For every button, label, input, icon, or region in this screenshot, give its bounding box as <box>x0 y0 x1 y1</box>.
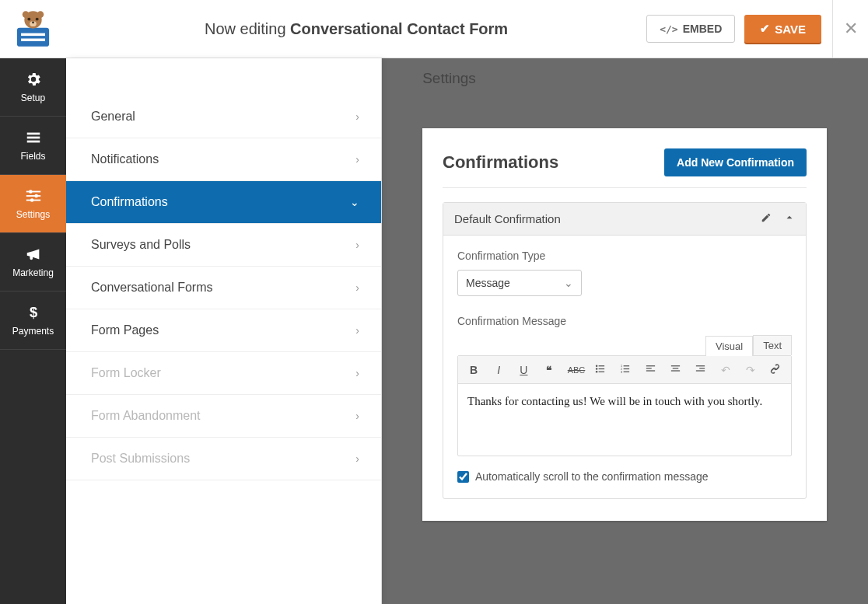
editor-toolbar: B I U ❝ ABC 123 ↶ ↷ <box>458 356 791 384</box>
svg-point-20 <box>596 365 598 367</box>
settings-item-label: Form Pages <box>91 323 159 337</box>
confirmation-card-body: Confirmation Type Message ⌄ Confirmation… <box>443 236 806 498</box>
numbered-list-icon[interactable]: 123 <box>619 363 632 377</box>
check-icon: ✔ <box>760 22 770 36</box>
settings-item-form-pages[interactable]: Form Pages › <box>66 309 381 352</box>
settings-item-label: Form Abandonment <box>91 409 201 423</box>
settings-item-surveys[interactable]: Surveys and Polls › <box>66 224 381 267</box>
confirmation-card-header[interactable]: Default Confirmation <box>443 203 806 236</box>
chevron-right-icon: › <box>355 281 359 294</box>
svg-text:$: $ <box>29 304 37 320</box>
svg-rect-34 <box>646 370 654 371</box>
redo-icon[interactable]: ↷ <box>744 364 757 376</box>
svg-rect-21 <box>599 365 605 366</box>
svg-rect-35 <box>671 365 680 366</box>
settings-item-conversational-forms[interactable]: Conversational Forms › <box>66 267 381 309</box>
nav-marketing[interactable]: Marketing <box>0 233 66 292</box>
link-icon[interactable] <box>769 363 782 377</box>
italic-icon[interactable]: I <box>492 364 505 376</box>
svg-rect-28 <box>624 371 630 372</box>
gear-icon <box>25 71 42 88</box>
confirmation-card-title: Default Confirmation <box>454 212 561 225</box>
chevron-right-icon: › <box>355 452 359 465</box>
align-left-icon[interactable] <box>644 363 656 377</box>
panel-header: Confirmations Add New Confirmation <box>443 148 807 188</box>
nav-setup[interactable]: Setup <box>0 58 66 117</box>
settings-item-label: Confirmations <box>91 195 168 209</box>
save-button[interactable]: ✔ SAVE <box>744 15 821 43</box>
megaphone-icon <box>25 246 42 263</box>
settings-item-general[interactable]: General › <box>66 96 381 138</box>
settings-item-confirmations[interactable]: Confirmations ⌄ <box>66 181 381 224</box>
svg-rect-36 <box>673 368 679 368</box>
align-right-icon[interactable] <box>694 363 706 377</box>
confirmation-message-label: Confirmation Message <box>457 315 792 327</box>
svg-point-17 <box>34 194 38 198</box>
confirmation-message-input[interactable]: Thanks for contacting us! We will be in … <box>458 384 791 456</box>
preview-canvas: Confirmations Add New Confirmation Defau… <box>381 58 868 604</box>
bold-icon[interactable]: B <box>467 364 480 376</box>
collapse-icon[interactable] <box>784 212 795 225</box>
icon-nav: Setup Fields Settings Marketing $ Paymen… <box>0 58 66 604</box>
svg-rect-33 <box>646 368 651 368</box>
chevron-right-icon: › <box>355 239 359 251</box>
nav-fields[interactable]: Fields <box>0 117 66 175</box>
auto-scroll-label: Automatically scroll to the confirmation… <box>475 470 709 483</box>
chevron-right-icon: › <box>355 324 359 337</box>
svg-rect-1 <box>21 33 45 35</box>
auto-scroll-checkbox[interactable] <box>457 471 469 483</box>
add-confirmation-button[interactable]: Add New Confirmation <box>664 148 807 176</box>
align-center-icon[interactable] <box>669 363 681 377</box>
settings-item-notifications[interactable]: Notifications › <box>66 138 381 181</box>
svg-point-5 <box>36 17 39 20</box>
bullet-list-icon[interactable] <box>594 363 607 377</box>
blockquote-icon[interactable]: ❝ <box>543 364 555 376</box>
topbar-actions: </> EMBED ✔ SAVE <box>646 15 832 43</box>
svg-rect-23 <box>599 368 605 368</box>
strikethrough-icon[interactable]: ABC <box>568 365 582 375</box>
auto-scroll-row[interactable]: Automatically scroll to the confirmation… <box>457 470 792 483</box>
close-icon: ✕ <box>844 19 858 39</box>
svg-rect-2 <box>21 38 45 40</box>
underline-icon[interactable]: U <box>517 364 530 376</box>
confirmation-type-select[interactable]: Message ⌄ <box>457 270 582 296</box>
svg-rect-10 <box>26 133 40 135</box>
settings-item-label: Notifications <box>91 152 159 166</box>
editor-tab-visual[interactable]: Visual <box>705 336 753 356</box>
edit-icon[interactable] <box>761 212 772 225</box>
topbar-title: Now editing Conversational Contact Form <box>66 20 646 38</box>
svg-rect-27 <box>624 368 630 368</box>
code-icon: </> <box>660 23 677 35</box>
list-icon <box>25 129 42 146</box>
form-name: Conversational Contact Form <box>290 20 508 37</box>
nav-marketing-label: Marketing <box>12 267 54 278</box>
svg-point-4 <box>27 17 30 20</box>
svg-rect-37 <box>671 370 680 371</box>
nav-settings[interactable]: Settings <box>0 175 66 233</box>
settings-item-form-locker[interactable]: Form Locker › <box>66 352 381 395</box>
dollar-icon: $ <box>25 304 42 321</box>
settings-item-label: General <box>91 110 135 124</box>
settings-item-form-abandonment[interactable]: Form Abandonment › <box>66 395 381 438</box>
svg-rect-40 <box>696 370 705 371</box>
embed-button-label: EMBED <box>683 23 723 35</box>
confirmation-type-value: Message <box>466 277 510 289</box>
chevron-down-icon: ⌄ <box>564 277 573 289</box>
svg-rect-11 <box>26 137 40 139</box>
svg-point-9 <box>37 11 44 18</box>
nav-fields-label: Fields <box>20 151 45 162</box>
embed-button[interactable]: </> EMBED <box>646 15 735 43</box>
confirmation-type-label: Confirmation Type <box>457 250 792 262</box>
editor-tab-text[interactable]: Text <box>753 335 792 355</box>
panel-heading: Confirmations <box>443 152 558 173</box>
settings-item-post-submissions[interactable]: Post Submissions › <box>66 438 381 480</box>
chevron-down-icon: ⌄ <box>350 196 359 208</box>
svg-rect-39 <box>699 368 705 368</box>
chevron-right-icon: › <box>355 410 359 422</box>
settings-list: General › Notifications › Confirmations … <box>66 96 381 480</box>
svg-rect-38 <box>696 365 705 366</box>
close-button[interactable]: ✕ <box>832 0 868 58</box>
undo-icon[interactable]: ↶ <box>719 364 732 376</box>
sliders-icon <box>25 187 42 204</box>
nav-payments[interactable]: $ Payments <box>0 292 66 350</box>
